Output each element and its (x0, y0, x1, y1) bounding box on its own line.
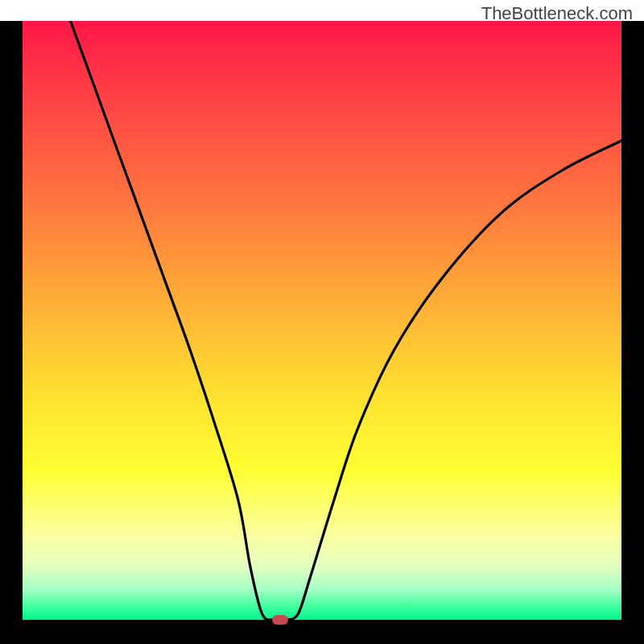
chart-container: TheBottleneck.com (0, 0, 644, 644)
optimal-marker (272, 615, 288, 625)
watermark-text: TheBottleneck.com (481, 3, 633, 24)
bottleneck-curve (23, 21, 621, 620)
plot-area (23, 21, 621, 620)
